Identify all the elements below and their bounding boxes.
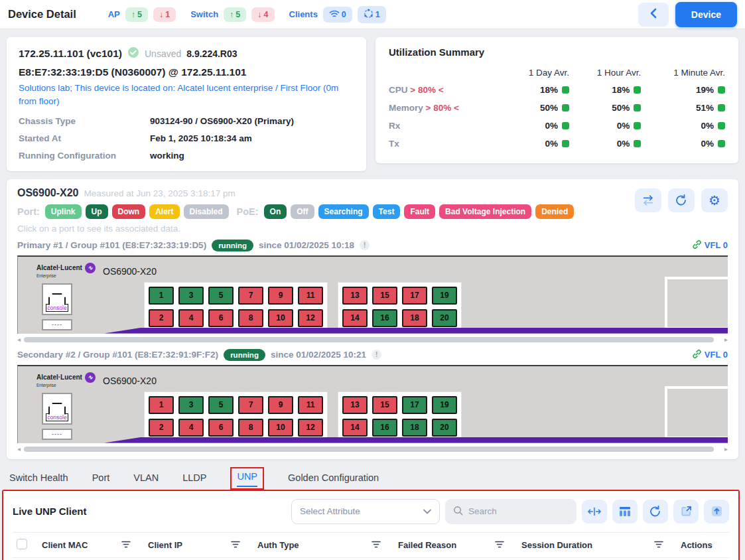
legend-badge-alert: Alert: [149, 204, 179, 219]
compare-swap-button[interactable]: [635, 188, 661, 212]
port-2-8[interactable]: 8: [238, 419, 263, 437]
scroll-left-icon[interactable]: ◂: [17, 336, 21, 343]
port-2-20[interactable]: 20: [432, 419, 457, 437]
port-2-17[interactable]: 17: [402, 396, 427, 414]
vfl-link[interactable]: VFL 0: [692, 240, 728, 251]
util-row-label: Memory > 80% <: [389, 99, 503, 117]
scroll-right-icon[interactable]: ▸: [724, 336, 728, 343]
port-1-20[interactable]: 20: [432, 309, 457, 327]
port-group-1: 123456789101112: [144, 391, 328, 441]
refresh-button[interactable]: [668, 188, 695, 212]
open-external-button[interactable]: [673, 500, 699, 524]
port-1-8[interactable]: 8: [238, 309, 263, 327]
tab-unp[interactable]: UNP: [237, 471, 257, 487]
port-1-12[interactable]: 12: [298, 309, 323, 327]
scroll-right-icon[interactable]: ▸: [724, 446, 728, 453]
scroll-left-icon[interactable]: ◂: [17, 446, 21, 453]
util-row-label: Rx: [389, 117, 503, 135]
export-upload-button[interactable]: [704, 500, 729, 524]
alcatel-lucent-logo: Alcatel·Lucent∿Enterprise: [36, 372, 96, 387]
legend-badge-fault: Fault: [404, 204, 435, 219]
clients-wifi-pill[interactable]: 0: [323, 7, 352, 23]
tab-vlan[interactable]: VLAN: [133, 472, 159, 488]
port-1-15[interactable]: 15: [372, 287, 397, 305]
page-title: Device Detail: [8, 8, 76, 21]
scrollbar-thumb[interactable]: [24, 447, 714, 452]
switch-down-pill[interactable]: ↓4: [251, 7, 274, 22]
status-square-icon: [718, 122, 725, 129]
port-1-4[interactable]: 4: [178, 309, 204, 327]
port-2-15[interactable]: 15: [372, 396, 397, 414]
port-2-1[interactable]: 1: [149, 396, 174, 414]
tab-lldp[interactable]: LLDP: [182, 472, 206, 488]
port-1-14[interactable]: 14: [342, 309, 368, 327]
port-1-13[interactable]: 13: [342, 287, 368, 305]
port-1-2[interactable]: 2: [149, 309, 174, 327]
select-attribute-dropdown[interactable]: Select Attribute: [291, 499, 440, 524]
device-button[interactable]: Device: [675, 2, 737, 27]
switch-up-pill[interactable]: ↑5: [224, 7, 246, 22]
vfl-label: VFL 0: [705, 240, 728, 250]
clients-wired-pill[interactable]: 1: [358, 6, 386, 23]
back-button[interactable]: [638, 3, 669, 27]
port-1-11[interactable]: 11: [298, 287, 323, 305]
ale-swirl-icon: ∿: [85, 263, 96, 273]
running-config-value: working: [150, 151, 354, 161]
port-2-7[interactable]: 7: [238, 396, 263, 414]
port-2-3[interactable]: 3: [178, 396, 204, 414]
select-all-checkbox[interactable]: [17, 539, 27, 549]
chassis-card: OS6900-X20 Measured at Jun 23, 2025 3:18…: [7, 179, 738, 459]
vfl-link[interactable]: VFL 0: [692, 349, 728, 361]
utilization-summary-card: Utilization Summary 1 Day Avr.1 Hour Avr…: [375, 37, 738, 163]
port-2-13[interactable]: 13: [342, 396, 368, 414]
port-1-16[interactable]: 16: [372, 309, 397, 327]
port-1-19[interactable]: 19: [432, 287, 457, 305]
info-icon[interactable]: !: [360, 240, 370, 250]
filter-icon[interactable]: [372, 540, 381, 550]
port-2-9[interactable]: 9: [268, 396, 293, 414]
filter-icon[interactable]: [231, 540, 240, 550]
port-2-10[interactable]: 10: [268, 419, 293, 437]
unit-name: Secondary #2 / Group #101 (E8:E7:32:91:9…: [17, 350, 218, 360]
ap-up-pill[interactable]: ↑5: [125, 7, 148, 22]
filter-icon[interactable]: [495, 540, 504, 550]
port-2-5[interactable]: 5: [208, 396, 234, 414]
device-info-card: 172.25.11.101 (vc101) Unsaved 8.9.224.R0…: [7, 37, 366, 171]
port-1-18[interactable]: 18: [402, 309, 427, 327]
port-2-6[interactable]: 6: [208, 419, 234, 437]
port-2-18[interactable]: 18: [402, 419, 427, 437]
port-1-6[interactable]: 6: [208, 309, 234, 327]
tab-port[interactable]: Port: [92, 472, 110, 488]
port-1-1[interactable]: 1: [149, 287, 174, 305]
port-2-4[interactable]: 4: [178, 419, 204, 437]
columns-button[interactable]: [612, 500, 638, 524]
port-2-11[interactable]: 11: [298, 396, 323, 414]
port-1-3[interactable]: 3: [178, 287, 204, 305]
tab-golden-configuration[interactable]: Golden Configuration: [288, 472, 379, 488]
port-1-17[interactable]: 17: [402, 287, 427, 305]
port-2-12[interactable]: 12: [298, 419, 323, 437]
port-1-10[interactable]: 10: [268, 309, 293, 327]
refresh-table-button[interactable]: [643, 500, 668, 524]
info-icon[interactable]: !: [372, 350, 381, 360]
util-value: 50%: [569, 99, 641, 117]
ap-down-pill[interactable]: ↓1: [153, 7, 176, 22]
port-2-2[interactable]: 2: [149, 419, 174, 437]
port-1-5[interactable]: 5: [208, 287, 234, 305]
scrollbar-thumb[interactable]: [24, 337, 714, 342]
tab-switch-health[interactable]: Switch Health: [9, 472, 68, 488]
device-location-link[interactable]: Solutions lab; This device is located on…: [19, 82, 354, 109]
search-input[interactable]: [468, 506, 561, 516]
port-2-14[interactable]: 14: [342, 419, 368, 437]
status-square-icon: [634, 86, 641, 94]
port-2-16[interactable]: 16: [372, 419, 397, 437]
filter-icon[interactable]: [121, 540, 131, 550]
settings-gear-button[interactable]: ⚙: [701, 188, 728, 212]
port-1-7[interactable]: 7: [238, 287, 263, 305]
search-field[interactable]: [445, 499, 576, 524]
port-1-9[interactable]: 9: [268, 287, 293, 305]
running-status-badge: running: [224, 349, 265, 361]
filter-icon[interactable]: [654, 540, 663, 550]
port-2-19[interactable]: 19: [432, 396, 457, 414]
fit-columns-button[interactable]: [582, 500, 607, 524]
